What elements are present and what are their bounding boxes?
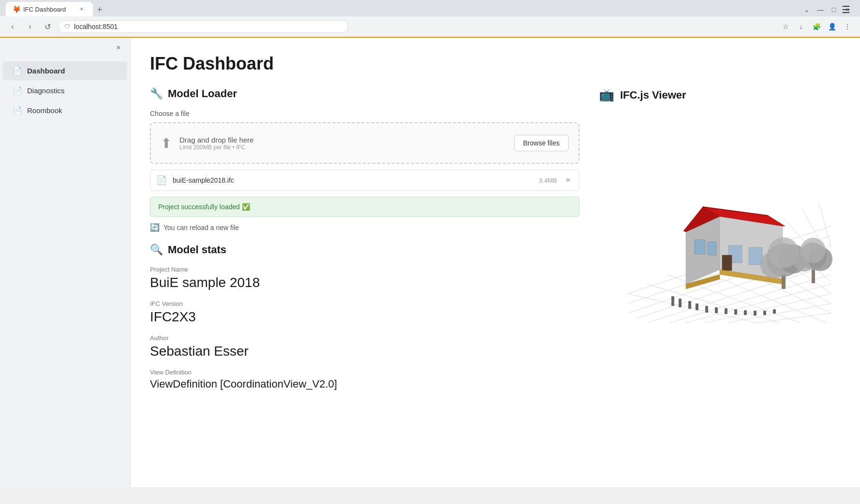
model-loader-icon: 🔧	[150, 87, 163, 100]
stat-value-viewdef: ViewDefinition [CoordinationView_V2.0]	[150, 378, 579, 390]
window-front-2	[749, 247, 762, 265]
back-button[interactable]: ‹	[6, 20, 19, 33]
browse-files-button[interactable]: Browse files	[514, 135, 569, 151]
sidebar-label-diagnostics: Diagnostics	[27, 86, 65, 95]
reload-button[interactable]: ↺	[41, 20, 54, 33]
tab-menu-button[interactable]: ⌄	[800, 3, 814, 16]
forward-button[interactable]: ›	[23, 20, 37, 33]
drop-text-main: Drag and drop file here	[179, 136, 253, 144]
browser-toolbar-right: ☆ ↓ 🧩 👤 ⋮	[779, 20, 854, 33]
success-banner: Project successfully loaded ✅	[150, 197, 579, 217]
tab-favicon: 🦊	[13, 5, 20, 13]
reload-notice-icon: 🔄	[150, 223, 160, 232]
svg-rect-28	[734, 309, 737, 315]
svg-rect-30	[671, 296, 674, 306]
sidebar-item-diagnostics[interactable]: 📄 Diagnostics	[3, 81, 127, 100]
svg-rect-33	[773, 309, 776, 314]
building-3d-svg	[599, 110, 841, 323]
svg-rect-29	[744, 310, 747, 315]
new-tab-button[interactable]: +	[93, 3, 106, 16]
success-text: Project successfully loaded ✅	[158, 203, 250, 211]
profile-button[interactable]: 👤	[825, 20, 839, 33]
stat-label-project: Project Name	[150, 266, 579, 273]
reload-notice: 🔄 You can reload a new file	[150, 223, 579, 232]
tab-title: IFC Dashboard	[23, 6, 74, 13]
file-item: 📄 buiE-sample2018.ifc 3.4MB ×	[150, 170, 579, 191]
app-container: × 📄 Dashboard 📄 Diagnostics 📄 Roombook ☰…	[0, 38, 860, 487]
svg-rect-31	[754, 311, 756, 316]
stat-label-author: Author	[150, 334, 579, 342]
tab-close-button[interactable]: ×	[77, 5, 86, 14]
stat-label-viewdef: View Definition	[150, 369, 579, 376]
file-icon: 📄	[156, 175, 167, 186]
dashboard-icon: 📄	[13, 66, 22, 75]
stat-value-project: BuiE sample 2018	[150, 275, 579, 290]
sidebar-label-roombook: Roombook	[27, 106, 62, 115]
stat-view-definition: View Definition ViewDefinition [Coordina…	[150, 369, 579, 390]
choose-file-label: Choose a file	[150, 110, 579, 117]
sidebar: × 📄 Dashboard 📄 Diagnostics 📄 Roombook	[0, 38, 131, 487]
address-bar: ‹ › ↺ 🛡 localhost:8501 ☆ ↓ 🧩 👤 ⋮	[0, 16, 860, 38]
file-name: buiE-sample2018.ifc	[173, 176, 531, 184]
upload-icon: ⬆	[161, 135, 172, 151]
viewer-section: 📺 IFC.js Viewer	[599, 87, 841, 400]
url-bar[interactable]: 🛡 localhost:8501	[58, 20, 348, 33]
svg-rect-27	[725, 308, 727, 314]
stat-value-ifc: IFC2X3	[150, 309, 579, 325]
svg-rect-24	[715, 307, 718, 313]
model-stats-title: 🔍 Model stats	[150, 244, 579, 256]
url-text: localhost:8501	[74, 23, 118, 30]
stat-ifc-version: IFC Version IFC2X3	[150, 300, 579, 325]
building-door	[722, 255, 732, 271]
diagnostics-icon: 📄	[13, 86, 22, 95]
svg-point-43	[801, 238, 826, 263]
stat-author: Author Sebastian Esser	[150, 334, 579, 359]
stat-label-ifc: IFC Version	[150, 300, 579, 307]
model-loader-title: 🔧 Model Loader	[150, 87, 579, 100]
model-loader-label: Model Loader	[168, 87, 237, 100]
sidebar-item-dashboard[interactable]: 📄 Dashboard	[3, 61, 127, 80]
window-left-2	[708, 242, 716, 255]
drop-zone[interactable]: ⬆ Drag and drop file here Limit 200MB pe…	[150, 122, 579, 164]
stat-project-name: Project Name BuiE sample 2018	[150, 266, 579, 290]
window-left-1	[695, 240, 705, 254]
svg-rect-26	[688, 301, 691, 309]
viewer-icon: 📺	[599, 87, 614, 102]
file-remove-button[interactable]: ×	[563, 175, 573, 186]
svg-rect-25	[679, 299, 682, 307]
drop-zone-left: ⬆ Drag and drop file here Limit 200MB pe…	[161, 135, 253, 151]
viewer-canvas[interactable]	[599, 110, 841, 323]
model-stats-section: 🔍 Model stats Project Name BuiE sample 2…	[150, 244, 579, 390]
minimize-button[interactable]: —	[814, 3, 827, 16]
viewer-title-label: IFC.js Viewer	[620, 89, 686, 101]
model-stats-icon: 🔍	[150, 244, 163, 256]
left-column: 🔧 Model Loader Choose a file ⬆ Drag and …	[150, 87, 579, 400]
main-content: ☰ IFC Dashboard 🔧 Model Loader Choose a …	[131, 38, 860, 487]
drop-text-sub: Limit 200MB per file • IFC	[179, 144, 253, 151]
viewer-title: 📺 IFC.js Viewer	[599, 87, 841, 102]
model-stats-label: Model stats	[168, 244, 226, 256]
maximize-button[interactable]: □	[827, 3, 841, 16]
sidebar-nav: 📄 Dashboard 📄 Diagnostics 📄 Roombook	[0, 61, 130, 120]
page-title: IFC Dashboard	[150, 54, 841, 74]
sidebar-close-button[interactable]: ×	[113, 42, 124, 54]
security-icon: 🛡	[64, 23, 70, 30]
extensions-button[interactable]: 🧩	[810, 20, 823, 33]
browser-chrome: 🦊 IFC Dashboard × + ⌄ — □ × ‹ › ↺ 🛡 loca…	[0, 0, 860, 38]
tree-2	[794, 238, 832, 283]
svg-rect-23	[705, 306, 708, 313]
stat-value-author: Sebastian Esser	[150, 344, 579, 359]
sidebar-label-dashboard: Dashboard	[27, 67, 65, 75]
file-size: 3.4MB	[539, 177, 557, 184]
svg-rect-32	[763, 311, 766, 315]
svg-rect-39	[812, 270, 815, 283]
svg-rect-22	[696, 303, 698, 310]
download-button[interactable]: ↓	[794, 20, 808, 33]
active-tab: 🦊 IFC Dashboard ×	[6, 2, 93, 16]
sidebar-item-roombook[interactable]: 📄 Roombook	[3, 101, 127, 120]
reload-notice-text: You can reload a new file	[163, 224, 239, 231]
bookmark-button[interactable]: ☆	[779, 20, 792, 33]
menu-button[interactable]: ⋮	[841, 20, 854, 33]
tab-bar: 🦊 IFC Dashboard × + ⌄ — □ ×	[0, 0, 860, 16]
roombook-icon: 📄	[13, 106, 22, 115]
